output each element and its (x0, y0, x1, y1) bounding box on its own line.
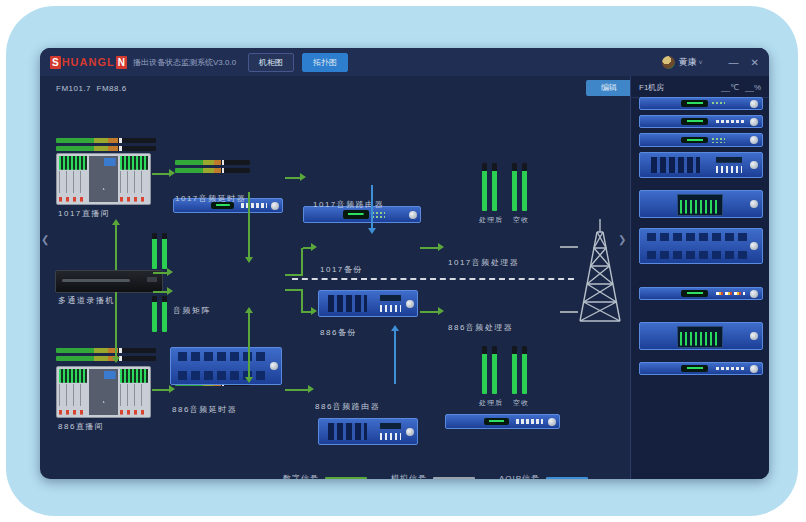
arrowhead (311, 307, 317, 315)
arrowhead (167, 287, 173, 295)
signal-line-digital (152, 389, 170, 391)
user-name[interactable]: 黄康 (679, 56, 697, 69)
level-meter-pair (482, 346, 497, 394)
signal-line-analog (560, 311, 578, 313)
title-bar: S HUANGL N 播出设备状态监测系统V3.0.0 机柜图 拓扑图 黄康 ˅… (40, 48, 769, 76)
signal-line-digital (420, 247, 439, 249)
signal-line-digital (301, 248, 303, 276)
topology-diagram: FM101.7 FM88.6 编辑 ❮ ❯ 1017直播间 多通道录播机 886… (40, 76, 630, 479)
signal-line-digital (285, 289, 302, 291)
sidebar-header: F1机房 __℃ __% (631, 76, 769, 98)
app-title: 播出设备状态监测系统V3.0.0 (133, 57, 236, 68)
level-meter (175, 168, 250, 173)
arrowhead (245, 377, 253, 383)
device-processor-1017[interactable] (445, 414, 560, 429)
level-meter-pair (152, 296, 167, 332)
signal-line-digital (152, 173, 170, 175)
arrowhead (300, 173, 306, 181)
device-label: 音频矩阵 (173, 305, 211, 316)
signal-line-analog-dashed (292, 278, 574, 280)
arrowhead (167, 268, 173, 276)
level-meter (175, 160, 250, 165)
legend-line-analog (433, 477, 475, 479)
legend-digital: 数字信号 (283, 473, 367, 479)
meter-label: 空收 (513, 398, 529, 408)
minimize-button[interactable]: — (729, 57, 739, 68)
sidebar-rack-device-8[interactable] (639, 322, 763, 350)
signal-line-digital (248, 192, 250, 258)
sidebar-rack-device-3[interactable] (639, 133, 763, 147)
level-meter-pair (512, 346, 527, 394)
arrowhead (245, 307, 253, 313)
level-meter (56, 356, 156, 361)
room-name: F1机房 (639, 82, 664, 93)
device-label: 1017直播间 (58, 208, 110, 219)
device-label: 886音频处理器 (448, 322, 513, 333)
legend-line-digital (325, 477, 367, 479)
arrowhead (311, 243, 317, 251)
signal-line-digital (285, 389, 309, 391)
arrowhead (391, 325, 399, 331)
signal-line-digital (248, 312, 250, 378)
legend-analog: 模拟信号 (391, 473, 475, 479)
device-audio-matrix[interactable] (170, 347, 282, 385)
transmission-tower (572, 218, 628, 323)
logo-text: HUANGL (62, 56, 115, 68)
level-meter-pair (482, 163, 497, 211)
device-label: 1017音频路由器 (313, 199, 384, 210)
device-label: 886备份 (320, 327, 357, 338)
device-label: 886直播间 (58, 421, 104, 432)
tab-topology-view[interactable]: 拓扑图 (302, 53, 348, 72)
legend-line-aoip (546, 477, 588, 479)
device-label: 1017音频处理器 (448, 257, 519, 268)
signal-line-aoip (371, 185, 373, 229)
legend-aoip: AOIP信号 (499, 473, 588, 479)
device-backup-886[interactable] (318, 418, 418, 445)
frequency-label: FM101.7 FM88.6 (56, 84, 127, 93)
device-label: 1017音频延时器 (175, 193, 246, 204)
signal-line-digital (420, 311, 439, 313)
chevron-down-icon[interactable]: ˅ (699, 59, 703, 66)
tab-rack-view[interactable]: 机柜图 (248, 53, 294, 72)
signal-line-digital (285, 274, 302, 276)
meter-label: 处理后 (479, 215, 503, 225)
arrowhead (169, 385, 175, 393)
meter-label: 处理后 (479, 398, 503, 408)
app-window: S HUANGL N 播出设备状态监测系统V3.0.0 机柜图 拓扑图 黄康 ˅… (40, 48, 769, 479)
sidebar-rack-device-9[interactable] (639, 362, 763, 375)
arrowhead (245, 257, 253, 263)
collapse-left-icon[interactable]: ❮ (41, 234, 49, 245)
device-recorder[interactable] (55, 270, 163, 293)
sidebar-rack-device-5[interactable] (639, 190, 763, 218)
humidity-value: __% (745, 83, 761, 92)
level-meter (56, 138, 156, 143)
signal-line-digital (153, 272, 168, 274)
arrowhead (112, 219, 120, 225)
arrowhead (112, 357, 120, 363)
device-backup-1017[interactable] (318, 290, 418, 317)
level-meter (56, 146, 156, 151)
arrowhead (308, 385, 314, 393)
device-label: 1017备份 (320, 264, 363, 275)
meter-label: 空收 (513, 215, 529, 225)
app-frame: S HUANGL N 播出设备状态监测系统V3.0.0 机柜图 拓扑图 黄康 ˅… (6, 6, 798, 516)
user-avatar[interactable] (662, 56, 675, 69)
signal-line-analog (560, 246, 578, 248)
signal-line-digital (285, 177, 301, 179)
device-mixer-886[interactable] (56, 366, 151, 418)
arrowhead (368, 228, 376, 234)
signal-line-digital (115, 224, 117, 270)
device-mixer-1017[interactable] (56, 153, 151, 205)
edit-button[interactable]: 编辑 (586, 80, 632, 96)
arrowhead (438, 307, 444, 315)
device-label: 多通道录播机 (58, 295, 115, 306)
signal-line-digital (301, 289, 303, 313)
sidebar-rack-device-7[interactable] (639, 287, 763, 300)
sidebar-rack-device-6[interactable] (639, 228, 763, 264)
sidebar-rack-device-4[interactable] (639, 152, 763, 178)
sidebar-rack-device-2[interactable] (639, 115, 763, 128)
device-label: 886音频延时器 (172, 404, 237, 415)
close-button[interactable]: ✕ (751, 57, 759, 68)
signal-line-digital (153, 291, 168, 293)
sidebar-rack-device-1[interactable] (639, 97, 763, 110)
